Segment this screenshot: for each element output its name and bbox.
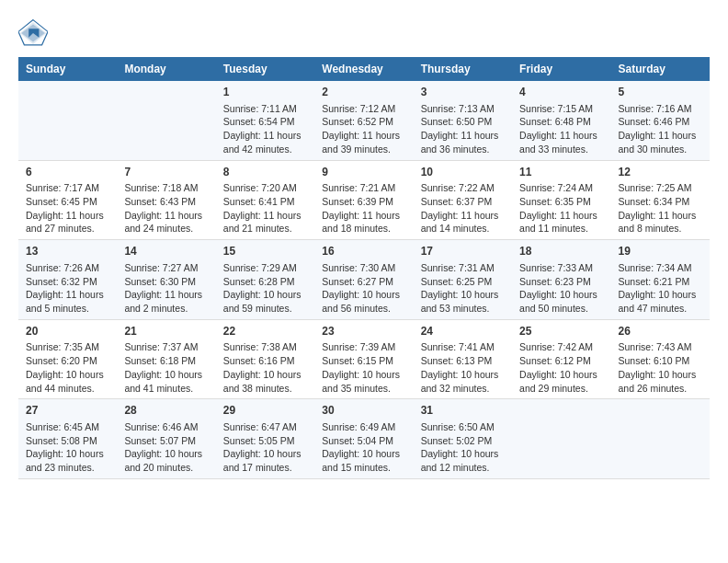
day-number: 28 [124, 403, 208, 419]
day-number: 20 [26, 324, 109, 339]
sunrise-text: Sunrise: 7:11 AM [223, 103, 297, 114]
sunrise-text: Sunrise: 7:20 AM [223, 182, 297, 193]
daylight-text: Daylight: 10 hours and 56 minutes. [322, 289, 400, 314]
sunrise-text: Sunrise: 7:31 AM [421, 262, 495, 273]
day-number: 4 [519, 85, 603, 100]
day-number: 12 [619, 165, 702, 180]
daylight-text: Daylight: 10 hours and 29 minutes. [519, 369, 597, 394]
week-row-1: 1Sunrise: 7:11 AMSunset: 6:54 PMDaylight… [18, 81, 710, 160]
day-number: 15 [223, 244, 307, 259]
day-number: 10 [421, 165, 505, 180]
sunrise-text: Sunrise: 6:47 AM [223, 421, 297, 432]
day-number: 16 [322, 244, 405, 259]
sunrise-text: Sunrise: 7:18 AM [124, 182, 198, 193]
calendar-cell: 12Sunrise: 7:25 AMSunset: 6:34 PMDayligh… [611, 160, 710, 240]
day-number: 1 [223, 85, 307, 100]
daylight-text: Daylight: 10 hours and 17 minutes. [223, 448, 301, 473]
calendar-cell [18, 81, 117, 160]
week-row-3: 13Sunrise: 7:26 AMSunset: 6:32 PMDayligh… [18, 240, 710, 320]
calendar-cell [117, 81, 215, 160]
calendar-cell: 27Sunrise: 6:45 AMSunset: 5:08 PMDayligh… [18, 399, 117, 479]
sunset-text: Sunset: 6:18 PM [124, 355, 196, 366]
sunset-text: Sunset: 6:32 PM [26, 276, 97, 287]
calendar-cell: 15Sunrise: 7:29 AMSunset: 6:28 PMDayligh… [216, 240, 314, 320]
calendar-cell: 18Sunrise: 7:33 AMSunset: 6:23 PMDayligh… [512, 240, 610, 320]
sunrise-text: Sunrise: 7:27 AM [124, 262, 198, 273]
sunrise-text: Sunrise: 6:50 AM [421, 421, 495, 432]
sunset-text: Sunset: 6:39 PM [322, 196, 393, 207]
week-row-2: 6Sunrise: 7:17 AMSunset: 6:45 PMDaylight… [18, 160, 710, 240]
sunset-text: Sunset: 6:37 PM [421, 196, 493, 207]
day-number: 19 [619, 244, 702, 259]
sunset-text: Sunset: 6:41 PM [223, 196, 295, 207]
day-number: 21 [124, 324, 208, 339]
day-number: 26 [619, 324, 702, 339]
daylight-text: Daylight: 11 hours and 27 minutes. [26, 210, 104, 235]
day-number: 7 [124, 165, 208, 180]
day-number: 18 [519, 244, 603, 259]
daylight-text: Daylight: 10 hours and 38 minutes. [223, 369, 301, 394]
sunrise-text: Sunrise: 7:21 AM [322, 182, 395, 193]
sunrise-text: Sunrise: 6:45 AM [26, 421, 99, 432]
calendar-cell: 26Sunrise: 7:43 AMSunset: 6:10 PMDayligh… [611, 319, 710, 399]
daylight-text: Daylight: 10 hours and 26 minutes. [619, 369, 697, 394]
daylight-text: Daylight: 11 hours and 14 minutes. [421, 210, 499, 235]
calendar-cell: 28Sunrise: 6:46 AMSunset: 5:07 PMDayligh… [117, 399, 215, 479]
calendar-cell: 13Sunrise: 7:26 AMSunset: 6:32 PMDayligh… [18, 240, 117, 320]
calendar-cell: 31Sunrise: 6:50 AMSunset: 5:02 PMDayligh… [414, 399, 512, 479]
day-number: 14 [124, 244, 208, 259]
sunset-text: Sunset: 5:05 PM [223, 435, 295, 446]
sunset-text: Sunset: 5:04 PM [322, 435, 393, 446]
sunset-text: Sunset: 6:15 PM [322, 355, 393, 366]
day-number: 31 [421, 403, 505, 419]
calendar-cell: 14Sunrise: 7:27 AMSunset: 6:30 PMDayligh… [117, 240, 215, 320]
day-number: 11 [519, 165, 603, 180]
daylight-text: Daylight: 11 hours and 33 minutes. [519, 130, 597, 155]
sunset-text: Sunset: 6:34 PM [619, 196, 690, 207]
page-header [18, 18, 710, 48]
sunrise-text: Sunrise: 7:29 AM [223, 262, 297, 273]
sunrise-text: Sunrise: 7:38 AM [223, 341, 297, 352]
sunset-text: Sunset: 6:23 PM [519, 276, 591, 287]
daylight-text: Daylight: 10 hours and 41 minutes. [124, 369, 202, 394]
daylight-text: Daylight: 11 hours and 24 minutes. [124, 210, 202, 235]
day-number: 3 [421, 85, 505, 100]
day-number: 23 [322, 324, 405, 339]
daylight-text: Daylight: 11 hours and 2 minutes. [124, 289, 202, 314]
sunset-text: Sunset: 6:12 PM [519, 355, 591, 366]
sunset-text: Sunset: 6:16 PM [223, 355, 295, 366]
sunset-text: Sunset: 6:45 PM [26, 196, 97, 207]
logo [18, 18, 51, 48]
calendar-cell: 10Sunrise: 7:22 AMSunset: 6:37 PMDayligh… [414, 160, 512, 240]
sunrise-text: Sunrise: 7:33 AM [519, 262, 593, 273]
day-number: 22 [223, 324, 307, 339]
calendar-cell: 16Sunrise: 7:30 AMSunset: 6:27 PMDayligh… [314, 240, 413, 320]
day-number: 2 [322, 85, 405, 100]
calendar-cell: 23Sunrise: 7:39 AMSunset: 6:15 PMDayligh… [314, 319, 413, 399]
sunrise-text: Sunrise: 7:41 AM [421, 341, 495, 352]
sunset-text: Sunset: 6:27 PM [322, 276, 393, 287]
logo-icon [18, 18, 48, 48]
day-number: 25 [519, 324, 603, 339]
calendar-cell: 20Sunrise: 7:35 AMSunset: 6:20 PMDayligh… [18, 319, 117, 399]
week-row-4: 20Sunrise: 7:35 AMSunset: 6:20 PMDayligh… [18, 319, 710, 399]
sunset-text: Sunset: 6:13 PM [421, 355, 493, 366]
daylight-text: Daylight: 10 hours and 50 minutes. [519, 289, 597, 314]
calendar-cell: 11Sunrise: 7:24 AMSunset: 6:35 PMDayligh… [512, 160, 610, 240]
daylight-text: Daylight: 11 hours and 21 minutes. [223, 210, 301, 235]
day-number: 24 [421, 324, 505, 339]
calendar-cell: 2Sunrise: 7:12 AMSunset: 6:52 PMDaylight… [314, 81, 413, 160]
calendar-cell: 8Sunrise: 7:20 AMSunset: 6:41 PMDaylight… [216, 160, 314, 240]
sunrise-text: Sunrise: 7:42 AM [519, 341, 593, 352]
day-number: 29 [223, 403, 307, 419]
daylight-text: Daylight: 10 hours and 44 minutes. [26, 369, 104, 394]
sunset-text: Sunset: 6:30 PM [124, 276, 196, 287]
daylight-text: Daylight: 10 hours and 23 minutes. [26, 448, 104, 473]
calendar-cell: 17Sunrise: 7:31 AMSunset: 6:25 PMDayligh… [414, 240, 512, 320]
daylight-text: Daylight: 11 hours and 5 minutes. [26, 289, 104, 314]
sunset-text: Sunset: 6:48 PM [519, 116, 591, 127]
sunset-text: Sunset: 6:46 PM [619, 116, 690, 127]
sunrise-text: Sunrise: 7:24 AM [519, 182, 593, 193]
sunset-text: Sunset: 6:43 PM [124, 196, 196, 207]
daylight-text: Daylight: 11 hours and 8 minutes. [619, 210, 697, 235]
